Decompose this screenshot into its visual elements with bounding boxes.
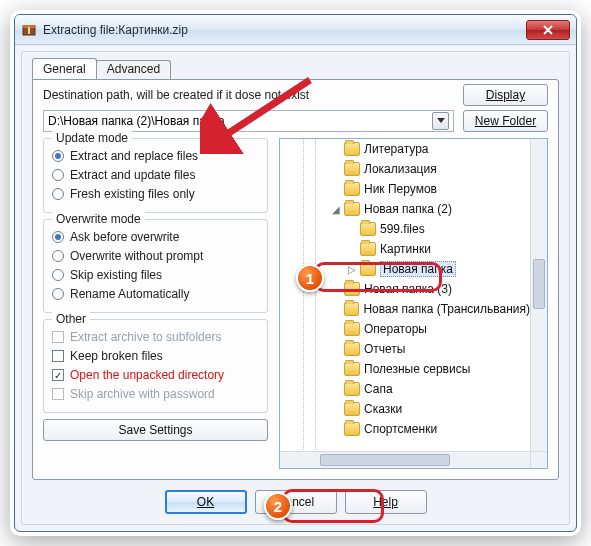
radio-extract-replace[interactable]: Extract and replace files: [52, 149, 259, 163]
folder-icon: [360, 262, 376, 276]
overwrite-mode-legend: Overwrite mode: [52, 212, 145, 226]
folder-icon: [344, 362, 360, 376]
tree-item[interactable]: ▷Новая папка: [280, 259, 530, 279]
tree-item-label: Литература: [364, 142, 429, 156]
overwrite-mode-group: Overwrite mode Ask before overwrite Over…: [43, 219, 268, 313]
tab-page-general: Destination path, will be created if it …: [32, 79, 559, 480]
tree-item-label: Ник Перумов: [364, 182, 437, 196]
radio-overwrite-noprompt[interactable]: Overwrite without prompt: [52, 249, 259, 263]
radio-skip-existing[interactable]: Skip existing files: [52, 268, 259, 282]
tree-item-label: Операторы: [364, 322, 427, 336]
folder-icon: [344, 342, 360, 356]
tree-item-label: Картинки: [380, 242, 431, 256]
tree-item-label: Новая папка (2): [364, 202, 452, 216]
tree-item-label: Спортсменки: [364, 422, 437, 436]
svg-rect-2: [28, 27, 30, 34]
check-open-unpacked[interactable]: Open the unpacked directory: [52, 368, 259, 382]
new-folder-button[interactable]: New Folder: [463, 110, 548, 132]
update-mode-group: Update mode Extract and replace files Ex…: [43, 138, 268, 213]
tree-item[interactable]: Картинки: [280, 239, 530, 259]
tree-item-label: Отчеты: [364, 342, 405, 356]
folder-icon: [360, 242, 376, 256]
scrollbar-thumb[interactable]: [533, 259, 545, 309]
folder-tree[interactable]: ЛитератураЛокализацияНик Перумов◢Новая п…: [279, 138, 548, 469]
dialog-window: Extracting file:Картинки.zip General Adv…: [14, 14, 577, 532]
tree-item[interactable]: Ник Перумов: [280, 179, 530, 199]
tree-item[interactable]: Новая папка (Трансильвания): [280, 299, 530, 319]
folder-icon: [344, 182, 360, 196]
cancel-button[interactable]: Cancel: [255, 490, 337, 514]
close-button[interactable]: [526, 20, 570, 40]
other-legend: Other: [52, 312, 90, 326]
folder-icon: [344, 142, 360, 156]
chevron-down-icon[interactable]: [432, 112, 449, 130]
tree-item-label: Новая папка: [380, 261, 456, 277]
folder-icon: [360, 222, 376, 236]
tree-item[interactable]: Сапа: [280, 379, 530, 399]
tree-item-label: Новая папка (Трансильвания): [363, 302, 530, 316]
radio-rename-auto[interactable]: Rename Automatically: [52, 287, 259, 301]
vertical-scrollbar[interactable]: [530, 139, 547, 451]
tree-item-label: Полезные сервисы: [364, 362, 470, 376]
disclosure-icon[interactable]: ▷: [346, 264, 358, 275]
destination-value: D:\Новая папка (2)\Новая папка: [48, 114, 432, 128]
disclosure-icon[interactable]: ◢: [330, 204, 342, 215]
radio-ask-overwrite[interactable]: Ask before overwrite: [52, 230, 259, 244]
folder-icon: [344, 282, 360, 296]
tree-item-label: Сапа: [364, 382, 393, 396]
radio-extract-update[interactable]: Extract and update files: [52, 168, 259, 182]
check-extract-subfolders: Extract archive to subfolders: [52, 330, 259, 344]
tree-item[interactable]: Полезные сервисы: [280, 359, 530, 379]
ok-button[interactable]: OK: [165, 490, 247, 514]
update-mode-legend: Update mode: [52, 131, 132, 145]
tree-item[interactable]: Спортсменки: [280, 419, 530, 439]
tree-item-label: Сказки: [364, 402, 402, 416]
folder-icon: [344, 322, 360, 336]
check-keep-broken[interactable]: Keep broken files: [52, 349, 259, 363]
tree-item[interactable]: Операторы: [280, 319, 530, 339]
folder-icon: [344, 422, 360, 436]
tree-item[interactable]: Новая папка (3): [280, 279, 530, 299]
scrollbar-thumb[interactable]: [320, 454, 450, 466]
dialog-body: General Advanced Destination path, will …: [21, 51, 570, 525]
tree-item-label: 599.files: [380, 222, 425, 236]
tab-general[interactable]: General: [32, 58, 97, 80]
tree-item[interactable]: Сказки: [280, 399, 530, 419]
tree-item[interactable]: Локализация: [280, 159, 530, 179]
folder-icon: [344, 202, 360, 216]
tree-item[interactable]: Литература: [280, 139, 530, 159]
other-group: Other Extract archive to subfolders Keep…: [43, 319, 268, 413]
folder-icon: [344, 302, 360, 316]
save-settings-button[interactable]: Save Settings: [43, 419, 268, 441]
tree-item-label: Новая папка (3): [364, 282, 452, 296]
tree-item[interactable]: ◢Новая папка (2): [280, 199, 530, 219]
window-title: Extracting file:Картинки.zip: [43, 23, 188, 37]
radio-fresh-existing[interactable]: Fresh existing files only: [52, 187, 259, 201]
titlebar[interactable]: Extracting file:Картинки.zip: [15, 15, 576, 45]
tree-item[interactable]: Отчеты: [280, 339, 530, 359]
destination-label: Destination path, will be created if it …: [43, 88, 309, 102]
folder-icon: [344, 402, 360, 416]
folder-icon: [344, 162, 360, 176]
horizontal-scrollbar[interactable]: [280, 451, 530, 468]
display-button[interactable]: Display: [463, 84, 548, 106]
check-skip-password: Skip archive with password: [52, 387, 259, 401]
destination-combobox[interactable]: D:\Новая папка (2)\Новая папка: [43, 110, 454, 132]
help-button[interactable]: Help: [345, 490, 427, 514]
folder-icon: [344, 382, 360, 396]
dialog-buttons: OK Cancel Help: [32, 488, 559, 516]
tree-item[interactable]: 599.files: [280, 219, 530, 239]
scrollbar-corner: [530, 451, 547, 468]
archive-icon: [21, 22, 37, 38]
tree-item-label: Локализация: [364, 162, 437, 176]
